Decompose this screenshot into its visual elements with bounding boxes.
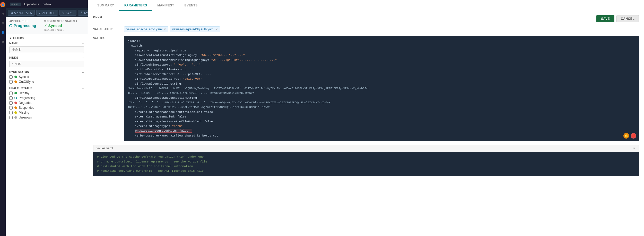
sync-outofsync-item[interactable]: OutOfSync [9, 80, 84, 84]
sync-info-icon[interactable]: ℹ [76, 20, 77, 23]
sync-outofsync-checkbox[interactable] [9, 80, 13, 84]
filter-section: ▼ FILTERS NAME ▲ KINDS ▲ SYNC STATUS ▲ [6, 34, 88, 125]
breadcrumb-version: v2.2.12+ [9, 3, 21, 6]
main-content: SUMMARY PARAMETERS MANIFEST EVENTS HELM … [88, 0, 644, 236]
files-tags: values_apache_argo.yaml ✕ values-integra… [124, 26, 220, 32]
health-degraded-checkbox[interactable] [9, 101, 13, 105]
corner-icons: 🔔 🔴 [623, 133, 636, 139]
name-chevron-icon: ▲ [82, 42, 84, 44]
synced-dot-icon [14, 76, 17, 78]
corner-btn-orange[interactable]: 🔔 [623, 133, 629, 139]
app-diff-button[interactable]: ⇄ APP DIFF [36, 10, 58, 16]
status-section: APP HEALTH ℹ Progressing CURRENT SYNC ST… [6, 17, 88, 34]
sidebar-icon-layers[interactable]: ⊞ [0, 11, 5, 16]
filters-header: ▼ FILTERS [9, 37, 84, 40]
sync-synced-checkbox[interactable] [9, 75, 13, 79]
sync-to-label: To 22.10.1-beta... [44, 29, 77, 31]
sync-status-block: CURRENT SYNC STATUS ℹ ✓ Synced To 22.10.… [44, 20, 77, 31]
app-details-button[interactable]: ⊞ APP DETAILS [8, 10, 35, 16]
health-healthy-item[interactable]: Healthy [9, 91, 84, 95]
sidebar-icon-person[interactable]: 👤 [0, 30, 5, 35]
sidebar-icon-grid[interactable]: ⊟ [0, 21, 5, 26]
filter-group-name: NAME ▲ [9, 42, 84, 53]
sync-icon: ↻ [62, 11, 65, 14]
app-health-block: APP HEALTH ℹ Progressing [9, 20, 36, 31]
health-progressing-item[interactable]: Progressing [9, 96, 84, 100]
tabs-bar: SUMMARY PARAMETERS MANIFEST EVENTS [88, 0, 644, 11]
values-yaml-header[interactable]: values.yaml ▼ [93, 145, 639, 152]
filter-group-health: HEALTH STATUS ▲ Healthy Progressing D [9, 87, 84, 119]
values-label: VALUES [93, 36, 119, 40]
values-code-editor[interactable]: global: uipath: registry: registry.uipat… [124, 36, 639, 141]
file-tag-2-remove[interactable]: ✕ [215, 28, 218, 31]
corner-btn-red[interactable]: 🔴 [631, 133, 636, 139]
sync-status-label: CURRENT SYNC STATUS ℹ [44, 20, 77, 23]
sidebar: 🌀 ⊞ ⊟ 👤 ⚙ [0, 0, 6, 236]
tab-parameters[interactable]: PARAMETERS [119, 0, 152, 11]
sync-synced-item[interactable]: Synced [9, 75, 84, 79]
progressing-icon [9, 24, 12, 27]
kinds-filter-header[interactable]: KINDS ▲ [9, 56, 84, 59]
name-filter-header[interactable]: NAME ▲ [9, 42, 84, 45]
health-progressing-checkbox[interactable] [9, 96, 13, 100]
values-yaml-expand-icon[interactable]: ▼ [633, 147, 636, 150]
sync-status-chevron-icon: ▲ [82, 71, 84, 73]
helm-section-label: HELM [93, 15, 102, 18]
tab-manifest[interactable]: MANIFEST [152, 0, 179, 11]
health-filter-header[interactable]: HEALTH STATUS ▲ [9, 87, 84, 90]
breadcrumb-applications[interactable]: Applications [24, 3, 39, 6]
filter-icon: ▼ [9, 37, 12, 40]
degraded-dot-icon [14, 102, 17, 104]
health-unknown-item[interactable]: Unknown [9, 116, 84, 119]
avatar: 🌀 [0, 2, 5, 7]
file-tag-2: values-integratedSqlAuth.yaml ✕ [170, 26, 220, 32]
helm-row: HELM SAVE CANCEL [93, 15, 639, 22]
suspended-dot-icon [14, 106, 17, 109]
values-row: VALUES global: uipath: registry: registr… [93, 36, 639, 141]
app-details-icon: ⊞ [11, 11, 13, 14]
health-missing-item[interactable]: Missing [9, 111, 84, 114]
synced-check-icon: ✓ [44, 24, 47, 28]
healthy-dot-icon [14, 92, 17, 94]
content-area: HELM SAVE CANCEL VALUES FILES values_apa… [88, 11, 644, 236]
sync-status-icon: ↻ [81, 11, 83, 14]
health-healthy-checkbox[interactable] [9, 92, 13, 95]
values-yaml-section: values.yaml ▼ # Licensed to the Apache S… [93, 145, 639, 176]
progressing-circle-icon [14, 97, 17, 99]
tab-events[interactable]: EVENTS [179, 0, 203, 11]
sync-status-checkboxes: Synced OutOfSync [9, 75, 84, 84]
cancel-button[interactable]: CANCEL [616, 15, 639, 22]
health-degraded-item[interactable]: Degraded [9, 101, 84, 105]
sync-button[interactable]: ↻ SYNC [59, 10, 76, 16]
file-tag-1-remove[interactable]: ✕ [164, 28, 166, 31]
health-suspended-item[interactable]: Suspended [9, 106, 84, 110]
filter-group-sync-status: SYNC STATUS ▲ Synced OutOfSync [9, 70, 84, 84]
file-tag-1: values_apache_argo.yaml ✕ [124, 26, 168, 32]
save-cancel-row: SAVE CANCEL [596, 15, 639, 22]
health-missing-checkbox[interactable] [9, 111, 13, 114]
sidebar-icon-settings[interactable]: ⚙ [0, 39, 5, 44]
save-button[interactable]: SAVE [596, 15, 614, 22]
kinds-filter-input[interactable] [9, 61, 84, 67]
app-health-label: APP HEALTH ℹ [9, 20, 36, 23]
app-health-value: Progressing [9, 23, 36, 28]
action-bar: ⊞ APP DETAILS ⇄ APP DIFF ↻ SYNC ↻ SYNC S… [6, 8, 88, 17]
health-chevron-icon: ▲ [82, 87, 84, 89]
health-checkboxes: Healthy Progressing Degraded Suspended [9, 91, 84, 119]
health-unknown-checkbox[interactable] [9, 116, 13, 119]
sync-status-filter-header[interactable]: SYNC STATUS ▲ [9, 70, 84, 74]
sync-status-value: ✓ Synced [44, 23, 77, 28]
values-yaml-filename: values.yaml [97, 147, 113, 150]
diff-icon: ⇄ [39, 11, 41, 14]
filter-group-kinds: KINDS ▲ [9, 56, 84, 67]
values-files-row: VALUES FILES values_apache_argo.yaml ✕ v… [93, 26, 639, 32]
name-filter-input[interactable] [9, 46, 84, 53]
breadcrumb-current: airflow [43, 3, 51, 6]
outofsync-dot-icon [14, 80, 17, 83]
values-files-label: VALUES FILES [93, 26, 119, 31]
health-info-icon[interactable]: ℹ [27, 20, 27, 23]
health-suspended-checkbox[interactable] [9, 106, 13, 110]
values-yaml-body: # Licensed to the Apache Software Founda… [93, 152, 639, 176]
kinds-chevron-icon: ▲ [82, 56, 84, 59]
tab-summary[interactable]: SUMMARY [92, 0, 119, 11]
